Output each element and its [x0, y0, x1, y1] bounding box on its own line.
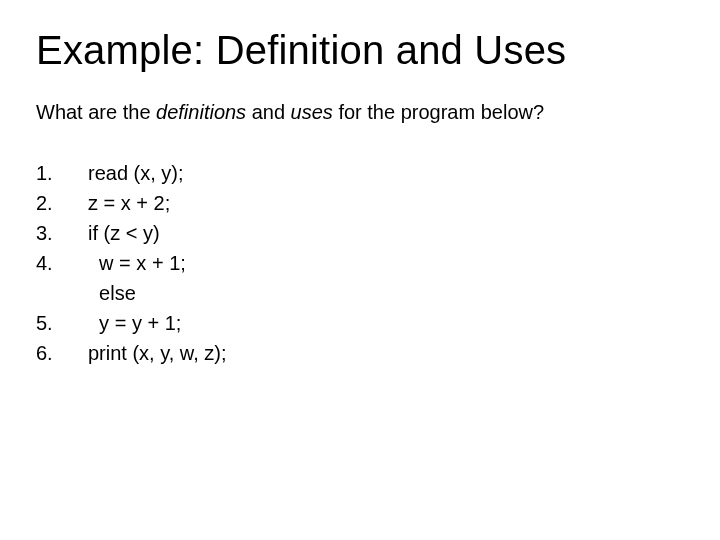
- code-line-5: 5. y = y + 1;: [36, 308, 684, 338]
- line-code: else: [88, 278, 136, 308]
- question-italic-definitions: definitions: [156, 101, 246, 123]
- question-frag-2: and: [246, 101, 290, 123]
- line-code: y = y + 1;: [88, 308, 181, 338]
- question-text: What are the definitions and uses for th…: [36, 101, 684, 124]
- code-line-4: 4. w = x + 1;: [36, 248, 684, 278]
- slide: Example: Definition and Uses What are th…: [0, 0, 720, 540]
- line-code: w = x + 1;: [88, 248, 186, 278]
- question-frag-3: for the program below?: [333, 101, 544, 123]
- code-line-6: 6. print (x, y, w, z);: [36, 338, 684, 368]
- line-number: 4.: [36, 248, 88, 278]
- slide-title: Example: Definition and Uses: [36, 28, 684, 73]
- line-number: 1.: [36, 158, 88, 188]
- line-number: 5.: [36, 308, 88, 338]
- code-listing: 1. read (x, y); 2. z = x + 2; 3. if (z <…: [36, 158, 684, 368]
- line-code: read (x, y);: [88, 158, 184, 188]
- question-frag-1: What are the: [36, 101, 156, 123]
- line-code: z = x + 2;: [88, 188, 170, 218]
- code-line-2: 2. z = x + 2;: [36, 188, 684, 218]
- line-number: 2.: [36, 188, 88, 218]
- code-line-1: 1. read (x, y);: [36, 158, 684, 188]
- question-italic-uses: uses: [291, 101, 333, 123]
- code-line-3: 3. if (z < y): [36, 218, 684, 248]
- line-code: print (x, y, w, z);: [88, 338, 227, 368]
- line-code: if (z < y): [88, 218, 160, 248]
- line-number: 3.: [36, 218, 88, 248]
- code-line-else: else: [36, 278, 684, 308]
- line-number: 6.: [36, 338, 88, 368]
- line-number: [36, 278, 88, 308]
